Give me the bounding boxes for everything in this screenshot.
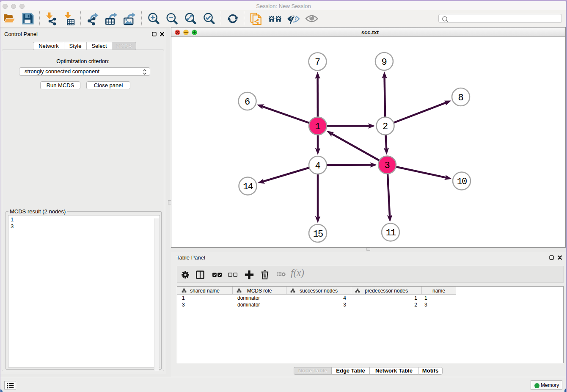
svg-text:3: 3: [384, 160, 390, 171]
svg-text:11: 11: [386, 228, 396, 238]
svg-text:7: 7: [315, 57, 320, 68]
svg-text:15: 15: [313, 229, 323, 240]
svg-text:6: 6: [245, 97, 250, 108]
svg-text:1: 1: [315, 121, 320, 132]
svg-text:2: 2: [383, 121, 388, 132]
svg-text:9: 9: [381, 57, 387, 68]
svg-text:4: 4: [315, 161, 320, 171]
svg-text:8: 8: [458, 93, 463, 103]
svg-text:10: 10: [457, 177, 467, 187]
svg-text:14: 14: [243, 182, 253, 192]
